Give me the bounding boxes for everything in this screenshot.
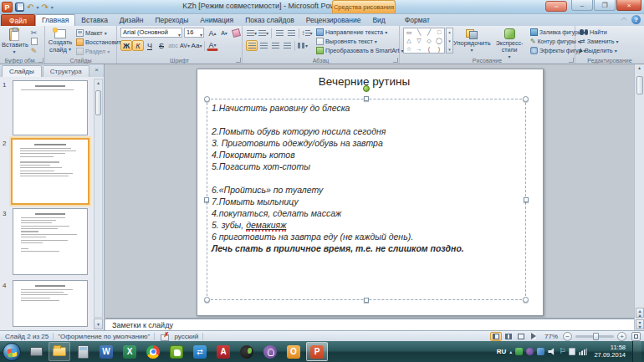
panel-scrollbar-thumb[interactable] [95, 90, 101, 115]
tab-view[interactable]: Вид [366, 14, 391, 26]
taskbar-explorer-icon[interactable] [49, 342, 70, 361]
editor-scroll-up-icon[interactable]: ▴ [638, 65, 641, 70]
bullets-button[interactable]: ▾ [246, 28, 258, 38]
close-button[interactable]: × [616, 0, 641, 11]
fit-to-window-button[interactable] [631, 332, 641, 341]
taskbar-powerpoint-icon[interactable]: P [306, 342, 328, 361]
notes-pane[interactable]: Заметки к слайду [105, 318, 634, 330]
tray-action-center-icon[interactable]: ⚐ [559, 348, 565, 355]
shape-effects-button[interactable]: Эффекты фигур▾ [530, 46, 574, 55]
text-placeholder-selection[interactable]: 1.Начистить раковину до блеска 2.Помыть … [207, 99, 526, 300]
taskbar-teamviewer-icon[interactable]: ⇄ [189, 342, 211, 361]
shape-fill-button[interactable]: Заливка фигуры▾ [530, 28, 574, 37]
resize-handle-bottom-center[interactable] [364, 298, 369, 303]
increase-indent-button[interactable] [285, 28, 297, 38]
slide-3-thumbnail[interactable] [13, 208, 88, 275]
arrange-button[interactable]: Упорядочить▾ [453, 27, 490, 54]
tray-clipboard-icon[interactable] [569, 348, 575, 355]
language-indicator[interactable]: русский [174, 333, 198, 340]
paste-button[interactable]: Вставить▾ [2, 27, 27, 56]
minimize-button[interactable]: – [571, 0, 593, 11]
shapes-gallery-scrollbar[interactable]: ▴ ▾ ▾ [446, 28, 453, 54]
tray-hidden-icons-button[interactable]: ▴ [509, 349, 512, 354]
align-text-button[interactable]: Выровнять текст▾ [316, 37, 404, 46]
resize-handle-bottom-left[interactable] [204, 297, 210, 303]
slideshow-view-button[interactable] [528, 332, 539, 341]
resize-handle-bottom-right[interactable] [523, 297, 529, 303]
line-spacing-button[interactable]: ↕▾ [301, 28, 313, 38]
tray-clock[interactable]: 11:58 27.09.2014 [590, 344, 629, 359]
replace-button[interactable]: ⇄Заменить▾ [580, 37, 619, 46]
tab-insert[interactable]: Вставка [75, 14, 114, 26]
panel-scroll-up-icon[interactable]: ▴ [97, 80, 100, 85]
align-left-button[interactable] [246, 40, 258, 51]
align-right-button[interactable] [269, 40, 281, 51]
shrink-font-button[interactable]: А▾ [218, 28, 230, 38]
undo-icon[interactable]: ↶ [27, 3, 33, 12]
new-slide-button[interactable]: Создать слайд ▾ [47, 27, 74, 54]
show-desktop-button[interactable] [632, 341, 641, 362]
slide-2-thumbnail[interactable] [11, 138, 89, 205]
editor-scrollbar-thumb[interactable] [636, 76, 643, 94]
panel-tab-outline[interactable]: Структура [43, 65, 89, 77]
panel-close-icon[interactable]: × [91, 65, 102, 77]
clear-formatting-button[interactable] [230, 28, 242, 38]
reading-view-button[interactable] [515, 332, 527, 341]
cut-button[interactable]: ✂ [28, 28, 39, 37]
zoom-slider[interactable] [575, 335, 614, 338]
shapes-scroll-down-icon[interactable]: ▾ [448, 38, 451, 43]
resize-handle-middle-right[interactable] [524, 197, 529, 202]
panel-tab-slides[interactable]: Слайды [2, 65, 42, 77]
underline-button[interactable]: Ч [144, 40, 156, 51]
resize-handle-top-right[interactable] [523, 96, 529, 102]
text-direction-button[interactable]: Направление текста▾ [316, 28, 404, 37]
find-button[interactable]: Найти [580, 28, 619, 37]
taskbar-dark-app-icon[interactable] [236, 342, 258, 361]
strikethrough-button[interactable]: S [156, 40, 167, 51]
save-icon[interactable] [15, 3, 24, 12]
slide-sorter-view-button[interactable] [503, 332, 514, 341]
copy-button[interactable] [28, 37, 39, 46]
arrow-shape-icon[interactable]: → [417, 45, 422, 53]
slide-1-thumbnail[interactable] [13, 80, 88, 135]
shapes-gallery[interactable]: ▭ ╲ ╱ □ △ ▽ ◇ ◯ ☆ → ( ) [403, 28, 445, 54]
taskbar-excel-icon[interactable]: X [119, 342, 141, 361]
character-spacing-button[interactable]: AV▾ [179, 40, 191, 51]
tab-animation[interactable]: Анимация [194, 14, 239, 26]
triangle-shape-icon[interactable]: △ [406, 37, 411, 44]
zoom-out-button[interactable]: − [563, 332, 572, 341]
tray-language-indicator[interactable]: RU [497, 348, 507, 355]
rectangle-shape-icon[interactable]: ▭ [406, 28, 412, 36]
taskbar-evernote-icon[interactable] [166, 342, 187, 361]
circle-shape-icon[interactable]: ◯ [436, 37, 442, 44]
shapes-scroll-up-icon[interactable]: ▴ [448, 29, 451, 34]
rotation-handle[interactable] [363, 85, 370, 92]
powerpoint-logo-icon[interactable]: P [2, 2, 13, 13]
slide-canvas[interactable]: Вечерние рутины 1.Начистить раковину до … [197, 69, 544, 316]
tray-network-icon[interactable] [579, 348, 587, 355]
tab-review[interactable]: Рецензирование [300, 14, 367, 26]
select-button[interactable]: Выделить▾ [580, 46, 619, 55]
clipboard-dialog-launcher[interactable] [38, 58, 43, 63]
text-shadow-button[interactable]: abc [167, 40, 179, 51]
format-painter-button[interactable]: ✎ [28, 46, 39, 55]
start-button[interactable] [3, 343, 21, 361]
slide-4-thumbnail[interactable] [13, 280, 88, 327]
tray-app-icon[interactable] [537, 348, 544, 355]
columns-button[interactable]: ▾ [297, 40, 309, 51]
maximize-button[interactable]: ❐ [594, 0, 616, 11]
bold-button[interactable]: Ж [120, 40, 132, 51]
italic-button[interactable]: К [132, 40, 144, 51]
grow-font-button[interactable]: А▴ [207, 28, 218, 38]
editor-scrollbar[interactable]: ▴ ▴▴ ▾▾ [634, 64, 644, 330]
resize-handle-top-center[interactable] [364, 96, 369, 101]
line2-shape-icon[interactable]: ╱ [427, 28, 431, 36]
drawing-dialog-launcher[interactable] [569, 58, 574, 63]
tab-file[interactable]: Файл [1, 14, 35, 26]
titlebar-extra-button[interactable]: ⇔ [545, 1, 567, 12]
tray-viber-icon[interactable] [526, 348, 534, 355]
quick-styles-button[interactable]: Экспресс-стили▾ [490, 27, 529, 61]
qat-customize-icon[interactable]: ▾ [51, 4, 54, 10]
resize-handle-middle-left[interactable] [204, 197, 209, 202]
normal-view-button[interactable] [490, 332, 502, 341]
